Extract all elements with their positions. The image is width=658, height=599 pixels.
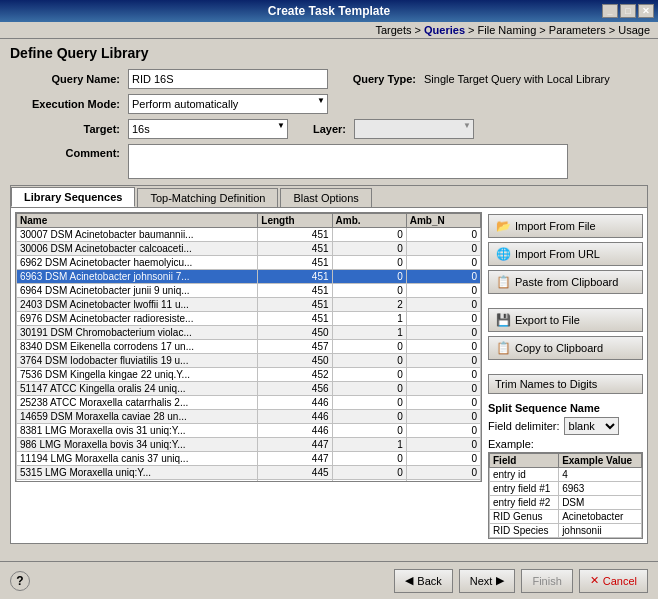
table-row[interactable]: 3764 DSM Iodobacter fluviatilis 19 u... …: [17, 354, 481, 368]
sequence-table: Name Length Amb. Amb_N 30007 DSM Acineto…: [16, 213, 481, 482]
example-table-row: RID Genus Acinetobacter: [490, 510, 642, 524]
cell-name: 8381 LMG Moraxella ovis 31 uniq:Y...: [17, 424, 258, 438]
example-table-row: entry id 4: [490, 468, 642, 482]
table-row[interactable]: 30007 DSM Acinetobacter baumannii... 451…: [17, 228, 481, 242]
breadcrumb-queries[interactable]: Queries: [424, 24, 465, 36]
cell-length: 447: [258, 438, 332, 452]
cell-ambn: 0: [406, 396, 480, 410]
tab-library-sequences[interactable]: Library Sequences: [11, 187, 135, 207]
sequence-table-wrapper[interactable]: Name Length Amb. Amb_N 30007 DSM Acineto…: [15, 212, 482, 482]
cell-name: 986 LMG Moraxella bovis 34 uniq:Y...: [17, 438, 258, 452]
title-bar: Create Task Template _ □ ✕: [0, 0, 658, 22]
cell-length: 446: [258, 396, 332, 410]
example-cell-field: entry id: [490, 468, 559, 482]
breadcrumb-usage[interactable]: Usage: [618, 24, 650, 36]
exec-mode-select[interactable]: Perform automatically: [128, 94, 328, 114]
table-row[interactable]: 14659 DSM Moraxella caviae 28 un... 446 …: [17, 410, 481, 424]
breadcrumb-targets[interactable]: Targets: [375, 24, 411, 36]
cancel-button[interactable]: ✕ Cancel: [579, 569, 648, 593]
table-row[interactable]: 8340 DSM Eikenella corrodens 17 un... 45…: [17, 340, 481, 354]
cell-name: 5315 LMG Moraxella uniq:Y...: [17, 466, 258, 480]
breadcrumb-filenaming[interactable]: File Naming: [478, 24, 537, 36]
table-row[interactable]: 51147 ATCC Kingella oralis 24 uniq... 45…: [17, 382, 481, 396]
cell-amb: 0: [332, 424, 406, 438]
minimize-button[interactable]: _: [602, 4, 618, 18]
example-col-field: Field: [490, 454, 559, 468]
export-file-button[interactable]: 💾 Export to File: [488, 308, 643, 332]
comment-textarea[interactable]: [128, 144, 568, 179]
table-row[interactable]: 986 LMG Moraxella bovis 34 uniq:Y... 447…: [17, 438, 481, 452]
example-table-row: entry field #1 6963: [490, 482, 642, 496]
copy-icon: 📋: [495, 340, 511, 356]
cell-length: 452: [258, 368, 332, 382]
layer-label: Layer:: [296, 123, 346, 135]
table-row[interactable]: 30191 DSM Chromobacterium violac... 450 …: [17, 326, 481, 340]
cell-amb: 1: [332, 438, 406, 452]
target-select-wrapper: 16s: [128, 119, 288, 139]
table-row[interactable]: 11194 LMG Moraxella canis 37 uniq... 447…: [17, 452, 481, 466]
tab-content: Name Length Amb. Amb_N 30007 DSM Acineto…: [11, 208, 647, 543]
layer-select[interactable]: [354, 119, 474, 139]
cell-amb: 1: [332, 312, 406, 326]
tab-blast-options[interactable]: Blast Options: [280, 188, 371, 207]
cell-amb: 0: [332, 242, 406, 256]
cell-length: 451: [258, 284, 332, 298]
table-row[interactable]: 17967 ATCC Moraxella lacunata 43... 445 …: [17, 480, 481, 483]
finish-button[interactable]: Finish: [521, 569, 572, 593]
cell-amb: 0: [332, 410, 406, 424]
copy-clipboard-button[interactable]: 📋 Copy to Clipboard: [488, 336, 643, 360]
query-type-label: Query Type:: [336, 73, 416, 85]
table-row[interactable]: 30006 DSM Acinetobacter calcoaceti... 45…: [17, 242, 481, 256]
table-row[interactable]: 6964 DSM Acinetobacter junii 9 uniq... 4…: [17, 284, 481, 298]
cell-ambn: 0: [406, 466, 480, 480]
cell-ambn: 0: [406, 424, 480, 438]
table-row[interactable]: 2403 DSM Acinetobacter lwoffii 11 u... 4…: [17, 298, 481, 312]
back-button[interactable]: ◀ Back: [394, 569, 452, 593]
cell-ambn: 0: [406, 298, 480, 312]
export-file-icon: 💾: [495, 312, 511, 328]
field-delim-row: Field delimiter: blank: [488, 417, 643, 435]
import-file-button[interactable]: 📂 Import From File: [488, 214, 643, 238]
example-cell-value: 4: [559, 468, 642, 482]
next-button[interactable]: Next ▶: [459, 569, 516, 593]
cell-name: 6976 DSM Acinetobacter radioresiste...: [17, 312, 258, 326]
table-row[interactable]: 6963 DSM Acinetobacter johnsonii 7... 45…: [17, 270, 481, 284]
cell-length: 451: [258, 256, 332, 270]
window-controls: _ □ ✕: [602, 4, 654, 18]
target-label: Target:: [10, 123, 120, 135]
table-row[interactable]: 25238 ATCC Moraxella catarrhalis 2... 44…: [17, 396, 481, 410]
cell-amb: 0: [332, 284, 406, 298]
cell-length: 456: [258, 382, 332, 396]
paste-icon: 📋: [495, 274, 511, 290]
field-delim-select[interactable]: blank: [564, 417, 619, 435]
maximize-button[interactable]: □: [620, 4, 636, 18]
table-row[interactable]: 7536 DSM Kingella kingae 22 uniq.Y... 45…: [17, 368, 481, 382]
example-cell-value: johnsonii: [559, 524, 642, 538]
help-button[interactable]: ?: [10, 571, 30, 591]
cell-length: 457: [258, 340, 332, 354]
target-select[interactable]: 16s: [128, 119, 288, 139]
trim-names-button[interactable]: Trim Names to Digits: [488, 374, 643, 394]
table-row[interactable]: 6962 DSM Acinetobacter haemolyicu... 451…: [17, 256, 481, 270]
query-name-input[interactable]: [128, 69, 328, 89]
example-cell-field: RID Species: [490, 524, 559, 538]
cell-name: 25238 ATCC Moraxella catarrhalis 2...: [17, 396, 258, 410]
example-table-wrapper[interactable]: Field Example Value entry id 4 entry fie…: [488, 452, 643, 539]
cell-ambn: 0: [406, 340, 480, 354]
close-button[interactable]: ✕: [638, 4, 654, 18]
breadcrumb: Targets > Queries > File Naming > Parame…: [0, 22, 658, 39]
table-row[interactable]: 5315 LMG Moraxella uniq:Y... 445 0 0: [17, 466, 481, 480]
import-file-icon: 📂: [495, 218, 511, 234]
example-cell-field: entry field #1: [490, 482, 559, 496]
cell-amb: 0: [332, 480, 406, 483]
paste-clipboard-button[interactable]: 📋 Paste from Clipboard: [488, 270, 643, 294]
cell-name: 6962 DSM Acinetobacter haemolyicu...: [17, 256, 258, 270]
breadcrumb-parameters[interactable]: Parameters: [549, 24, 606, 36]
table-row[interactable]: 6976 DSM Acinetobacter radioresiste... 4…: [17, 312, 481, 326]
table-row[interactable]: 8381 LMG Moraxella ovis 31 uniq:Y... 446…: [17, 424, 481, 438]
tab-top-matching[interactable]: Top-Matching Definition: [137, 188, 278, 207]
separator-1: [488, 298, 643, 304]
cell-amb: 0: [332, 452, 406, 466]
import-url-icon: 🌐: [495, 246, 511, 262]
import-url-button[interactable]: 🌐 Import From URL: [488, 242, 643, 266]
